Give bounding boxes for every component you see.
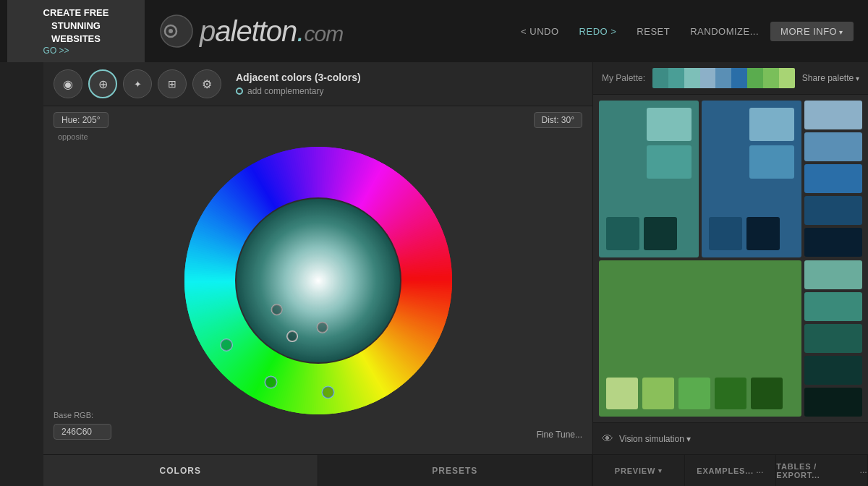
randomize-button[interactable]: RANDOMIZE... [681,22,767,41]
tab-preview[interactable]: PREVIEW ▾ [593,455,685,486]
tab-examples[interactable]: EXAMPLES... ... [685,455,777,486]
ad-go: GO >> [43,46,109,56]
undo-button[interactable]: < UNDO [512,22,567,41]
green-swatch-1[interactable] [606,378,638,409]
mode-label-area: Adjacent colors (3-colors) add complemen… [236,72,582,96]
palette-swatch-1 [652,68,668,88]
palette-swatch-4 [700,68,716,88]
right-panel: My Palette: Share palette [593,62,868,486]
base-rgb-value[interactable]: 246C60 [54,424,111,440]
logo-area: paletton.com [159,14,512,48]
palette-swatch-5 [715,68,731,88]
palette-swatch-8 [763,68,779,88]
tab-colors[interactable]: COLORS [43,455,318,486]
small-swatch-b5[interactable] [804,388,862,417]
mode-triad[interactable]: ✦ [123,69,152,98]
small-swatch-2[interactable] [804,132,862,161]
wheel-area[interactable]: Hue: 205° opposite Dist: 30° Base RGB: 2… [43,106,592,454]
mode-tetrad[interactable]: ⊞ [158,69,187,98]
fine-tune-button[interactable]: Fine Tune... [537,430,582,440]
color-wheel[interactable] [181,143,456,418]
hue-opposite: opposite [58,132,88,141]
small-swatch-5[interactable] [804,228,862,257]
teal-swatch-dark2[interactable] [644,217,677,250]
radio-dot [236,88,243,95]
small-right-bottom [804,260,862,417]
small-swatch-b3[interactable] [804,324,862,353]
palette-swatch-6 [731,68,747,88]
small-swatch-1[interactable] [804,101,862,129]
teal-swatch-dark1[interactable] [606,217,639,250]
blue-swatch-dark2[interactable] [746,217,780,250]
small-right-top [804,101,862,257]
hue-box[interactable]: Hue: 205° [54,112,109,128]
palette-preview [652,68,795,88]
mode-adjacent[interactable]: ⊕ [88,69,117,98]
green-swatch-2[interactable] [642,378,674,409]
palette-swatch-9 [779,68,795,88]
center-panel: ◉ ⊕ ✦ ⊞ ⚙ Adjacent colors (3-colors) add… [43,62,593,486]
left-sidebar [0,62,43,486]
palette-swatch-7 [747,68,763,88]
share-palette-button[interactable]: Share palette [802,73,859,83]
teal-swatch-mid[interactable] [647,145,692,179]
green-swatch-4[interactable] [715,378,746,409]
swatches-area [593,95,868,422]
small-swatch-b1[interactable] [804,260,862,289]
small-swatch-4[interactable] [804,196,862,225]
bottom-tabs: COLORS PRESETS [43,454,592,486]
redo-button[interactable]: REDO > [571,22,626,41]
logo-text: paletton.com [200,15,343,48]
add-comp-row[interactable]: add complementary [236,86,582,96]
small-swatch-b2[interactable] [804,292,862,321]
nav-actions: < UNDO REDO > RESET RANDOMIZE... MORE IN… [512,22,854,41]
logo-icon-svg [159,14,194,48]
mode-mono[interactable]: ◉ [54,69,82,98]
right-bottom: 👁 Vision simulation [593,422,868,454]
eye-icon: 👁 [602,432,613,446]
base-rgb-label: Base RGB: [54,411,93,419]
my-palette-bar: My Palette: Share palette [593,62,868,95]
teal-block[interactable] [599,101,699,257]
green-block[interactable] [599,260,801,417]
vision-simulation-button[interactable]: Vision simulation [619,434,691,444]
mode-settings[interactable]: ⚙ [192,69,221,98]
tab-tables-export[interactable]: TABLES / EXPORT... ... [776,455,868,486]
teal-swatch-light[interactable] [647,108,692,141]
reset-button[interactable]: RESET [628,22,678,41]
my-palette-label: My Palette: [602,73,645,83]
main-content: ◉ ⊕ ✦ ⊞ ⚙ Adjacent colors (3-colors) add… [0,62,868,486]
small-swatch-3[interactable] [804,164,862,193]
tab-presets[interactable]: PRESETS [318,455,593,486]
blue-swatch-dark1[interactable] [709,217,742,250]
small-swatch-b4[interactable] [804,356,862,385]
svg-point-2 [169,29,173,33]
palette-swatch-3 [684,68,700,88]
ad-banner[interactable]: CREATE FREE STUNNING WEBSITES GO >> [7,0,145,62]
mode-title: Adjacent colors (3-colors) [236,72,582,83]
add-comp-label: add complementary [247,86,323,96]
green-swatch-3[interactable] [678,378,710,409]
palette-swatch-2 [668,68,684,88]
right-bottom-tabs: PREVIEW ▾ EXAMPLES... ... TABLES / EXPOR… [593,454,868,486]
blue-swatch-mid[interactable] [749,145,794,179]
green-swatch-5[interactable] [751,378,783,409]
top-bar: CREATE FREE STUNNING WEBSITES GO >> pale… [0,0,868,62]
dist-box[interactable]: Dist: 30° [534,112,582,128]
more-info-button[interactable]: MORE INFO [770,22,854,41]
ad-text: CREATE FREE STUNNING WEBSITES [43,7,109,46]
color-mode-bar: ◉ ⊕ ✦ ⊞ ⚙ Adjacent colors (3-colors) add… [43,62,592,106]
blue-swatch-light[interactable] [749,108,794,141]
blue-block[interactable] [702,101,801,257]
